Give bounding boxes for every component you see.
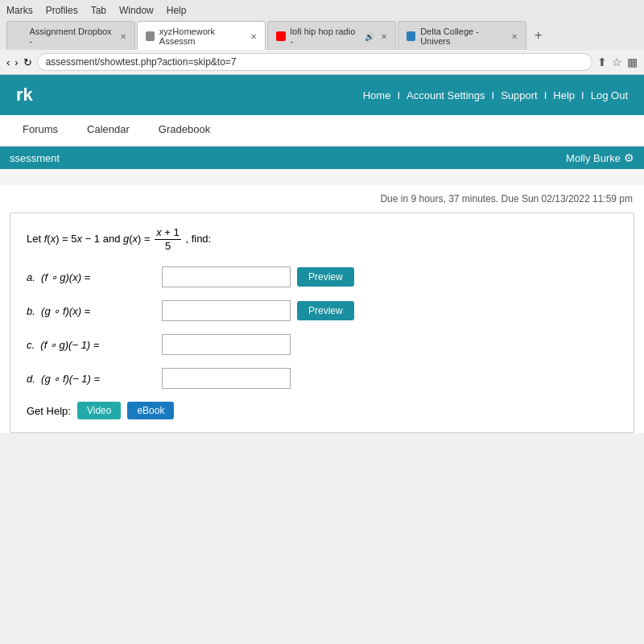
- menu-window[interactable]: Window: [119, 5, 154, 16]
- tab1-favicon: [15, 31, 25, 41]
- browser-tab-2[interactable]: xyzHomework Assessm ✕: [137, 21, 266, 50]
- menu-marks[interactable]: Marks: [6, 5, 33, 16]
- label-d: d. (g ∘ f)(− 1) =: [27, 373, 155, 385]
- settings-gear-icon[interactable]: ⚙: [624, 151, 634, 164]
- new-tab-button[interactable]: +: [528, 25, 548, 46]
- nav-logout[interactable]: Log Out: [591, 89, 628, 101]
- tab3-favicon: [276, 31, 286, 41]
- forward-button[interactable]: ›: [14, 56, 18, 68]
- tab4-favicon: [407, 31, 415, 41]
- menu-help[interactable]: Help: [167, 5, 187, 16]
- answer-input-a[interactable]: [162, 266, 291, 287]
- address-input[interactable]: [37, 53, 592, 71]
- user-name: Molly Burke: [566, 152, 621, 164]
- tab3-audio-icon: 🔊: [365, 32, 374, 41]
- question-title: Let f(x) = 5x − 1 and g(x) = x + 1 5 , f…: [27, 226, 617, 252]
- question-box: Let f(x) = 5x − 1 and g(x) = x + 1 5 , f…: [10, 213, 634, 433]
- question-row-c: c. (f ∘ g)(− 1) =: [27, 334, 617, 355]
- menu-tab[interactable]: Tab: [91, 5, 106, 16]
- subnav-forums[interactable]: Forums: [8, 115, 72, 145]
- menu-bar: Marks Profiles Tab Window Help: [0, 3, 644, 18]
- back-button[interactable]: ‹: [6, 56, 10, 68]
- browser-toolbar-icons: ⬆ ☆ ▦: [597, 56, 638, 68]
- label-c: c. (f ∘ g)(− 1) =: [27, 339, 155, 351]
- tab3-label: lofi hip hop radio -: [291, 27, 358, 46]
- browser-tab-4[interactable]: Delta College - Univers ✕: [398, 21, 526, 50]
- site-nav: Home I Account Settings I Support I Help…: [363, 89, 628, 101]
- question-row-a: a. (f ∘ g)(x) = Preview: [27, 266, 617, 287]
- nav-account-settings[interactable]: Account Settings: [407, 89, 485, 101]
- tab3-close[interactable]: ✕: [381, 32, 387, 41]
- fraction: x + 1 5: [155, 226, 181, 252]
- bookmark-icon[interactable]: ☆: [612, 56, 622, 68]
- menu-profiles[interactable]: Profiles: [46, 5, 78, 16]
- tab1-label: Assignment Dropbox -: [30, 27, 114, 46]
- browser-chrome: Marks Profiles Tab Window Help Assignmen…: [0, 0, 644, 75]
- question-row-b: b. (g ∘ f)(x) = Preview: [27, 300, 617, 321]
- tabs-bar: Assignment Dropbox - ✕ xyzHomework Asses…: [0, 18, 644, 50]
- browser-tab-1[interactable]: Assignment Dropbox - ✕: [6, 21, 135, 50]
- extension-icon[interactable]: ▦: [627, 56, 638, 68]
- refresh-button[interactable]: ↻: [23, 56, 32, 68]
- tab4-close[interactable]: ✕: [511, 32, 518, 41]
- site-header: rk Home I Account Settings I Support I H…: [0, 75, 644, 115]
- preview-button-a[interactable]: Preview: [297, 267, 354, 287]
- label-a: a. (f ∘ g)(x) =: [27, 271, 155, 283]
- tab2-label: xyzHomework Assessm: [159, 27, 244, 46]
- answer-input-c[interactable]: [162, 334, 291, 355]
- breadcrumb-bar: ssessment Molly Burke ⚙: [0, 147, 644, 169]
- due-info: Due in 9 hours, 37 minutes. Due Sun 02/1…: [0, 185, 644, 208]
- tab1-close[interactable]: ✕: [120, 32, 126, 41]
- question-preamble2: , find:: [185, 233, 211, 245]
- gray-spacer: [0, 169, 644, 185]
- nav-home[interactable]: Home: [363, 89, 391, 101]
- answer-input-d[interactable]: [162, 368, 291, 389]
- nav-help[interactable]: Help: [553, 89, 575, 101]
- page-content: rk Home I Account Settings I Support I H…: [0, 75, 644, 433]
- fraction-denominator: 5: [163, 240, 172, 253]
- question-preamble: Let f(x) = 5x − 1 and g(x) =: [27, 233, 153, 245]
- browser-tab-3[interactable]: lofi hip hop radio - 🔊 ✕: [267, 21, 396, 50]
- help-ebook-button[interactable]: eBook: [127, 402, 174, 419]
- question-row-d: d. (g ∘ f)(− 1) =: [27, 368, 617, 389]
- get-help-row: Get Help: Video eBook: [27, 402, 617, 419]
- user-info: Molly Burke ⚙: [566, 151, 634, 164]
- tab2-favicon: [146, 31, 155, 41]
- due-text: Due in 9 hours, 37 minutes. Due Sun 02/1…: [380, 193, 633, 204]
- subnav-calendar[interactable]: Calendar: [72, 115, 144, 145]
- address-bar-row: ‹ › ↻ ⬆ ☆ ▦: [0, 50, 644, 74]
- breadcrumb: ssessment: [10, 152, 60, 164]
- help-video-button[interactable]: Video: [77, 402, 121, 419]
- share-icon[interactable]: ⬆: [597, 56, 607, 68]
- subnav-gradebook[interactable]: Gradebook: [144, 115, 225, 145]
- get-help-label: Get Help:: [27, 405, 71, 417]
- fraction-numerator: x + 1: [155, 226, 181, 240]
- preview-button-b[interactable]: Preview: [297, 301, 354, 320]
- tab4-label: Delta College - Univers: [420, 27, 505, 46]
- label-b: b. (g ∘ f)(x) =: [27, 305, 155, 317]
- tab2-close[interactable]: ✕: [250, 32, 257, 41]
- answer-input-b[interactable]: [162, 300, 291, 321]
- nav-support[interactable]: Support: [501, 89, 538, 101]
- site-logo: rk: [16, 85, 33, 105]
- sub-nav: Forums Calendar Gradebook: [0, 115, 644, 147]
